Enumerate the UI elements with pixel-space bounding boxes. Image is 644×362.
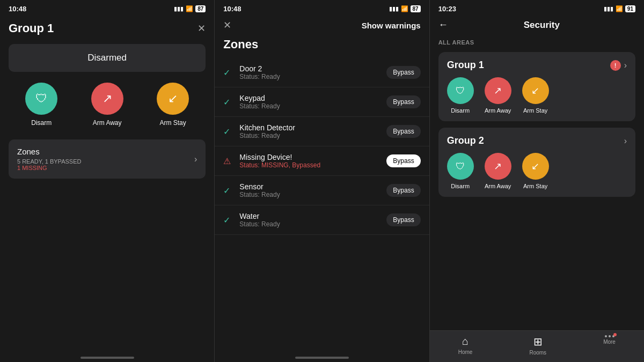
zone-status-door2: Status: Ready: [239, 73, 381, 80]
phone3-nav: ← Security: [430, 15, 644, 35]
arm-stay-button[interactable]: ↙ Arm Stay: [157, 83, 189, 127]
home-indicator-2: [215, 352, 429, 362]
phone1-main: Group 1 ✕ Disarmed 🛡 Disarm ↗ Arm Away: [0, 15, 214, 352]
zone-name-missing: Missing Device!: [239, 153, 381, 161]
g2-disarm-button[interactable]: 🛡 Disarm: [447, 153, 474, 189]
status-icons-2: ▮▮▮ 📶 87: [389, 5, 421, 12]
zones-page-title: Zones: [215, 35, 429, 58]
time-3: 10:23: [438, 5, 456, 13]
close-button[interactable]: ✕: [197, 23, 206, 34]
g2-arm-away-icon: ↗: [494, 160, 502, 172]
zone-name-keypad: Keypad: [239, 94, 381, 102]
zone-info-water: Water Status: Ready: [239, 212, 381, 228]
g1-arm-away-label: Arm Away: [485, 107, 511, 114]
g2-arm-away-button[interactable]: ↗ Arm Away: [485, 153, 511, 189]
home-tab-label: Home: [458, 349, 473, 355]
g1-disarm-icon: 🛡: [456, 85, 465, 97]
g2-arm-stay-icon: ↙: [531, 160, 539, 172]
zone-name-door2: Door 2: [239, 64, 381, 73]
g1-disarm-button[interactable]: 🛡 Disarm: [447, 77, 474, 114]
disarm-circle: 🛡: [25, 83, 57, 115]
phone3-main: ← Security ALL AREAS Group 1 ! › 🛡: [430, 15, 644, 362]
arm-stay-icon: ↙: [168, 92, 178, 106]
bypass-btn-keypad[interactable]: Bypass: [386, 95, 420, 108]
zone-item-keypad: ✓ Keypad Status: Ready Bypass: [215, 87, 429, 117]
check-icon-keypad: ✓: [223, 97, 234, 107]
bypass-btn-missing[interactable]: Bypass: [386, 154, 420, 167]
g1-arm-stay-circle: ↙: [522, 77, 549, 104]
dot1: [605, 335, 607, 337]
home-bar-1: [80, 357, 134, 359]
security-title: Security: [448, 20, 635, 31]
g1-arm-stay-button[interactable]: ↙ Arm Stay: [522, 77, 549, 114]
zone-info-keypad: Keypad Status: Ready: [239, 94, 381, 110]
phone3: 10:23 ▮▮▮ 📶 91 ← Security ALL AREAS Grou…: [429, 0, 644, 362]
tab-home[interactable]: ⌂ Home: [458, 335, 473, 356]
status-icons-3: ▮▮▮ 📶 91: [604, 5, 635, 12]
tab-rooms[interactable]: ⊞ Rooms: [529, 335, 546, 356]
group1-actions: 🛡 Disarm ↗ Arm Away ↙ Arm: [447, 77, 627, 114]
tab-more[interactable]: More: [603, 335, 616, 356]
rooms-tab-icon: ⊞: [533, 335, 543, 348]
bottom-tab-bar: ⌂ Home ⊞ Rooms More: [430, 330, 644, 362]
zone-status-keypad: Status: Ready: [239, 102, 381, 110]
wifi-icon-2: 📶: [401, 5, 408, 12]
group2-card: Group 2 › 🛡 Disarm ↗: [438, 128, 635, 197]
disarm-icon: 🛡: [35, 92, 47, 106]
phone3-scroll: ALL AREAS Group 1 ! › 🛡 Disarm: [430, 35, 644, 330]
g1-arm-stay-label: Arm Stay: [523, 107, 547, 114]
check-icon-door2: ✓: [223, 68, 234, 78]
group2-card-right: ›: [624, 136, 627, 146]
g2-arm-stay-label: Arm Stay: [523, 183, 547, 189]
g1-arm-away-circle: ↗: [485, 77, 511, 104]
g1-arm-away-icon: ↗: [494, 85, 502, 97]
more-alert-dot: [613, 333, 617, 336]
back-button[interactable]: ←: [438, 19, 448, 31]
group1-title: Group 1: [9, 21, 54, 35]
battery-2: 87: [411, 5, 421, 12]
more-tab-icon: [605, 335, 614, 337]
zone-status-sensor: Status: Ready: [239, 191, 381, 198]
phone2-main: ✕ Show warnings Zones ✓ Door 2 Status: R…: [215, 15, 429, 352]
bypass-btn-door2[interactable]: Bypass: [386, 66, 420, 79]
zone-info-door2: Door 2 Status: Ready: [239, 64, 381, 80]
warn-icon-missing: ⚠: [223, 156, 234, 166]
bypass-btn-water[interactable]: Bypass: [386, 213, 420, 226]
arm-away-button[interactable]: ↗ Arm Away: [91, 83, 123, 127]
bypass-btn-kitchen[interactable]: Bypass: [386, 125, 420, 138]
group1-arrow-icon[interactable]: ›: [624, 61, 627, 70]
arm-stay-label: Arm Stay: [159, 119, 186, 127]
zones-row[interactable]: Zones 5 READY, 1 BYPASSED 1 MISSING ›: [9, 139, 206, 179]
zone-item-missing: ⚠ Missing Device! Status: MISSING, Bypas…: [215, 146, 429, 176]
home-tab-icon: ⌂: [462, 335, 469, 348]
disarm-button[interactable]: 🛡 Disarm: [25, 83, 57, 127]
group2-arrow-icon[interactable]: ›: [624, 136, 627, 146]
wifi-icon: 📶: [186, 5, 193, 12]
zones-ready: 5 READY, 1 BYPASSED: [17, 158, 81, 165]
time-2: 10:48: [223, 5, 241, 13]
g2-arm-away-label: Arm Away: [485, 183, 511, 189]
zone-status-missing: Status: MISSING, Bypassed: [239, 161, 381, 169]
group1-card: Group 1 ! › 🛡 Disarm ↗: [438, 52, 635, 121]
arm-stay-circle: ↙: [157, 83, 189, 115]
zone-item-door2: ✓ Door 2 Status: Ready Bypass: [215, 58, 429, 87]
g2-disarm-label: Disarm: [451, 183, 470, 189]
group1-card-right: ! ›: [610, 60, 627, 71]
phone2: 10:48 ▮▮▮ 📶 87 ✕ Show warnings Zones ✓ D…: [214, 0, 429, 362]
disarmed-box: Disarmed: [9, 44, 206, 72]
group2-card-title: Group 2: [447, 135, 484, 146]
g2-arm-stay-button[interactable]: ↙ Arm Stay: [522, 153, 549, 189]
bypass-btn-sensor[interactable]: Bypass: [386, 184, 420, 197]
phone2-top-action[interactable]: Show warnings: [362, 21, 421, 30]
phone2-top-bar: ✕ Show warnings: [215, 15, 429, 35]
group1-card-title: Group 1: [447, 60, 484, 71]
check-icon-water: ✓: [223, 215, 234, 225]
phone2-close-button[interactable]: ✕: [223, 19, 231, 31]
g1-arm-away-button[interactable]: ↗ Arm Away: [485, 77, 511, 114]
time-1: 10:48: [9, 5, 26, 13]
zone-item-sensor: ✓ Sensor Status: Ready Bypass: [215, 176, 429, 205]
zones-info: Zones 5 READY, 1 BYPASSED 1 MISSING: [17, 147, 81, 171]
zone-info-kitchen: Kitchen Detector Status: Ready: [239, 123, 381, 139]
arm-away-circle: ↗: [91, 83, 123, 115]
g2-disarm-icon: 🛡: [456, 161, 465, 172]
